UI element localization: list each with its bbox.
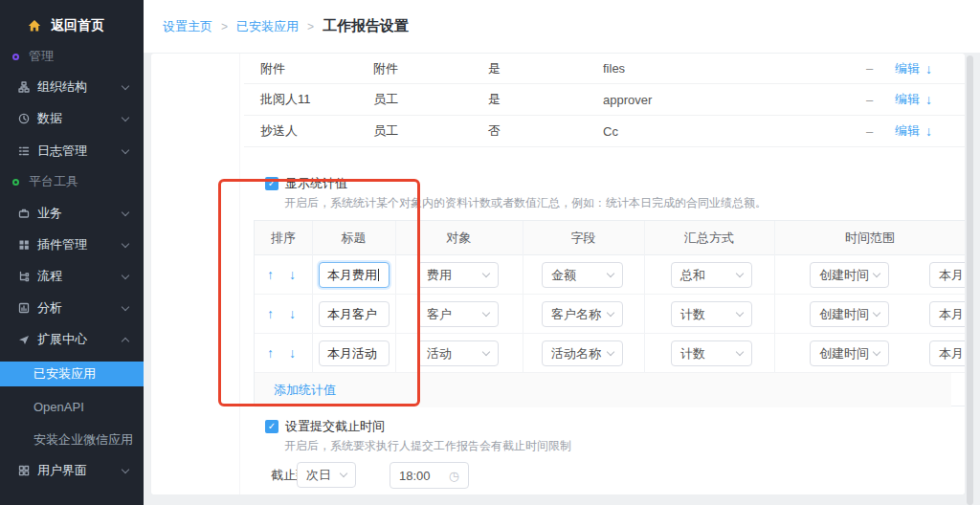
time-range-select[interactable]: 本月 (929, 301, 965, 327)
sort-down-icon[interactable]: ↓ (289, 334, 296, 373)
title-input-value: 本月活动 (327, 346, 377, 361)
sidebar-item-workflow[interactable]: 流程 (0, 266, 144, 287)
deadline-day-select[interactable]: 次日 (297, 462, 356, 488)
method-select[interactable]: 总和 (671, 262, 752, 288)
field-type: 附件 (373, 60, 488, 77)
chevron-down-icon (122, 113, 129, 121)
sidebar-item-install-wecom-app[interactable]: 安装企业微信应用 (0, 429, 144, 450)
object-select[interactable]: 活动 (417, 340, 499, 366)
time-range-select[interactable]: 本月 (929, 340, 965, 366)
move-down-icon[interactable]: ↓ (925, 61, 932, 77)
chevron-down-icon (482, 309, 490, 317)
chevron-down-icon (607, 309, 614, 317)
deadline-time-input[interactable]: 18:00 ◷ (390, 462, 469, 489)
sidebar-item-label: 插件管理 (37, 236, 87, 253)
time-field-select[interactable]: 创建时间 (810, 301, 889, 327)
field-name: 抄送人 (244, 122, 373, 140)
field-type: 员工 (373, 122, 488, 140)
chevron-down-icon (122, 239, 129, 247)
sort-up-icon[interactable]: ↑ (267, 295, 274, 334)
move-down-icon[interactable]: ↓ (925, 123, 932, 139)
edit-link[interactable]: 编辑 (895, 91, 925, 108)
field-select[interactable]: 活动名称 (542, 340, 623, 366)
field-required: 是 (488, 60, 603, 77)
show-stats-toggle: ✓ 显示统计值 (265, 175, 347, 192)
vertical-scrollbar-thumb[interactable] (967, 55, 973, 505)
sidebar-item-label: 扩展中心 (37, 331, 87, 348)
chevron-down-icon (873, 270, 880, 277)
time-range-select[interactable]: 本月 (929, 262, 965, 288)
add-stat-link[interactable]: 添加统计值 (274, 373, 336, 407)
sort-up-icon[interactable]: ↑ (267, 334, 274, 373)
clock-icon (18, 113, 30, 124)
title-input[interactable]: 本月客户 (319, 301, 390, 327)
sidebar-item-plugin-management[interactable]: 插件管理 (0, 234, 144, 255)
field-extra: – (866, 124, 895, 139)
sidebar: 返回首页 管理 组织结构 数据 日志管理 平台工具 业务 插件管理 流程 (0, 0, 144, 505)
sidebar-home-button[interactable]: 返回首页 (0, 13, 144, 38)
title-input[interactable]: 本月活动 (319, 340, 390, 366)
field-required: 是 (488, 91, 603, 108)
field-select[interactable]: 客户名称 (542, 301, 623, 327)
field-required: 否 (488, 122, 603, 140)
home-icon (27, 18, 42, 33)
select-value: 次日 (306, 467, 331, 484)
time-field-select[interactable]: 创建时间 (810, 262, 889, 288)
move-down-icon[interactable]: ↓ (925, 92, 932, 107)
field-name: 附件 (244, 60, 373, 77)
field-select[interactable]: 金额 (542, 262, 623, 288)
chevron-down-icon (122, 145, 129, 153)
field-extra: – (866, 61, 895, 76)
sort-down-icon[interactable]: ↓ (289, 295, 296, 334)
flow-icon (18, 271, 30, 282)
sidebar-item-data[interactable]: 数据 (0, 108, 144, 129)
sidebar-item-extension-center[interactable]: 扩展中心 (0, 329, 144, 350)
col-header-title: 标题 (312, 221, 395, 255)
sidebar-item-label: 用户界面 (37, 462, 87, 479)
show-stats-label: 显示统计值 (285, 175, 347, 192)
title-input-value: 本月客户 (327, 307, 377, 321)
method-select[interactable]: 计数 (671, 340, 752, 366)
select-value: 计数 (680, 306, 705, 323)
select-value: 活动名称 (551, 345, 601, 362)
col-header-field: 字段 (523, 221, 644, 255)
stats-row: ↑ ↓ 本月费用 费用 金额 总和 创建时间 本月 (255, 255, 965, 295)
select-value: 本月 (939, 267, 964, 284)
show-stats-checkbox[interactable]: ✓ (265, 177, 278, 190)
briefcase-icon (18, 208, 30, 219)
sort-down-icon[interactable]: ↓ (289, 255, 296, 295)
sidebar-item-log-management[interactable]: 日志管理 (0, 141, 144, 162)
sidebar-item-org-structure[interactable]: 组织结构 (0, 77, 144, 98)
deadline-toggle: ✓ 设置提交截止时间 (265, 418, 385, 435)
breadcrumb-link-settings-home[interactable]: 设置主页 (163, 18, 212, 35)
breadcrumb-link-installed-apps[interactable]: 已安装应用 (236, 18, 299, 35)
edit-link[interactable]: 编辑 (895, 122, 925, 140)
chevron-down-icon (873, 309, 880, 317)
select-value: 客户 (427, 306, 452, 323)
title-input[interactable]: 本月费用 (319, 262, 390, 288)
deadline-checkbox[interactable]: ✓ (265, 420, 278, 433)
sidebar-subitem-label: 已安装应用 (33, 365, 96, 383)
sidebar-item-openapi[interactable]: OpenAPI (0, 396, 144, 417)
ui-grid-icon (18, 465, 30, 476)
select-value: 总和 (680, 267, 705, 284)
method-select[interactable]: 计数 (671, 301, 752, 327)
time-field-select[interactable]: 创建时间 (810, 340, 889, 366)
clock-icon: ◷ (449, 469, 459, 483)
edit-link[interactable]: 编辑 (895, 60, 925, 77)
sidebar-item-business[interactable]: 业务 (0, 203, 144, 224)
chevron-down-icon (122, 302, 129, 310)
sidebar-subitem-label: 安装企业微信应用 (33, 431, 133, 449)
select-value: 创建时间 (819, 345, 869, 362)
card-divider (239, 54, 240, 494)
object-select[interactable]: 费用 (417, 262, 499, 288)
object-select[interactable]: 客户 (417, 301, 499, 327)
sidebar-item-analytics[interactable]: 分析 (0, 297, 144, 318)
field-extra: – (866, 93, 895, 107)
sidebar-item-user-interface[interactable]: 用户界面 (0, 460, 144, 481)
plugin-grid-icon (18, 239, 30, 251)
chevron-down-icon (736, 309, 744, 317)
sidebar-item-installed-apps[interactable]: 已安装应用 (0, 362, 144, 386)
org-icon (18, 81, 30, 93)
sort-up-icon[interactable]: ↑ (267, 255, 274, 295)
